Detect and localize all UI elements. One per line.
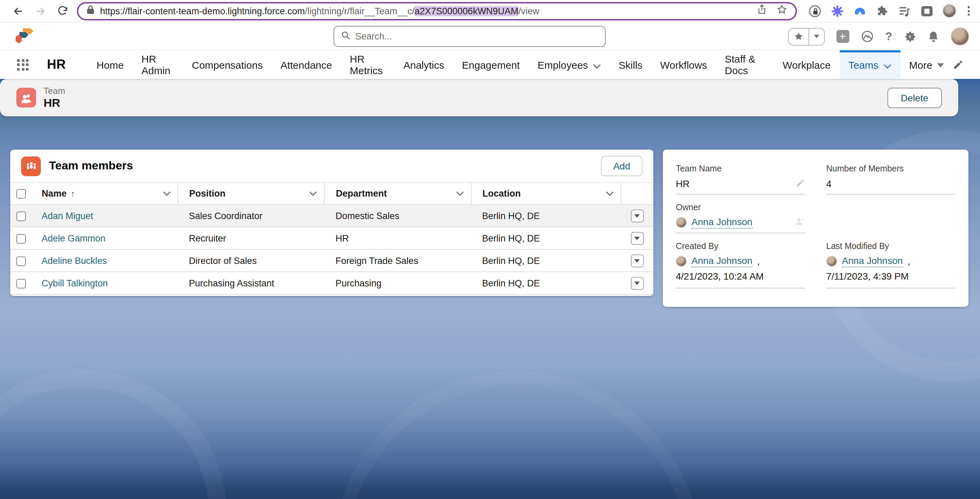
url-text: https://flair-content-team-demo.lightnin… [100,6,751,16]
chevron-down-icon[interactable] [883,60,891,71]
team-name-value: HR [676,178,791,189]
edit-navigation-pencil-icon[interactable] [953,59,964,70]
field-label: Number of Members [826,164,956,173]
notifications-bell-icon[interactable] [928,30,939,43]
tab-workflows[interactable]: Workflows [651,50,716,79]
owner-link[interactable]: Anna Johnson [692,216,752,229]
member-name-link[interactable]: Cybill Talkington [41,278,108,288]
member-name-link[interactable]: Adan Miguet [41,211,93,221]
created-by-link[interactable]: Anna Johnson [692,255,752,267]
field-empty [826,203,956,234]
browser-profile-avatar[interactable] [943,4,956,18]
modified-by-link[interactable]: Anna Johnson [842,255,903,267]
playlist-extension-icon[interactable] [898,4,911,18]
table-row: Cybill Talkington Purchasing Assistant P… [10,272,653,294]
row-actions-button[interactable] [631,277,644,289]
tab-teams[interactable]: Teams [840,50,900,79]
column-header-department[interactable]: Department [325,183,471,204]
record-header-card: Team HR Delete [0,79,958,116]
nav-tabs: Home HR Admin Compensations Attendance H… [88,50,953,79]
tab-engagement[interactable]: Engagement [453,50,529,79]
tab-home[interactable]: Home [88,50,133,79]
browser-menu-icon[interactable] [965,5,972,17]
quick-create-icon[interactable]: + [836,30,849,43]
setup-gear-icon[interactable] [904,30,916,43]
forward-button[interactable] [32,3,48,19]
reload-button[interactable] [54,3,71,19]
member-department: HR [325,227,471,249]
row-checkbox[interactable] [16,256,26,265]
tab-workplace[interactable]: Workplace [774,50,840,79]
row-actions-button[interactable] [631,209,644,222]
tab-hr-metrics[interactable]: HR Metrics [341,50,395,79]
team-members-header: Team members Add [10,150,653,182]
row-actions-button[interactable] [631,232,644,245]
chevron-down-icon[interactable] [456,188,464,199]
back-button[interactable] [10,3,26,19]
row-actions-button[interactable] [631,254,644,267]
delete-button[interactable]: Delete [887,87,942,108]
chevron-down-icon[interactable] [606,188,614,199]
member-position: Purchasing Assistant [178,272,325,294]
user-avatar[interactable] [951,27,969,46]
sort-ascending-icon: ↑ [71,189,75,198]
member-position: Director of Sales [178,249,325,272]
tab-more[interactable]: More [900,50,953,79]
guidance-center-icon[interactable] [861,30,873,43]
member-location: Berlin HQ, DE [471,227,621,249]
add-button[interactable]: Add [601,156,643,176]
chevron-down-icon[interactable] [163,188,171,199]
tab-hr-admin[interactable]: HR Admin [133,50,183,79]
team-members-table: Name↑ Position Department Location [10,182,653,295]
record-identity: Team HR [43,86,65,109]
column-header-location[interactable]: Location [471,183,621,204]
lock-icon[interactable] [86,5,95,17]
row-checkbox[interactable] [16,278,26,288]
extensions-puzzle-icon[interactable] [875,4,889,18]
member-name-link[interactable]: Adeline Buckles [41,256,107,265]
browser-window: https://flair-content-team-demo.lightnin… [0,0,980,499]
row-checkbox[interactable] [16,234,26,243]
tab-employees[interactable]: Employees [529,50,610,79]
tab-staff-docs[interactable]: Staff & Docs [716,50,774,79]
browser-extensions [808,4,972,18]
app-launcher-icon[interactable] [15,57,30,72]
chevron-down-icon[interactable] [309,188,318,199]
flair-logo[interactable] [15,28,35,48]
table-row: Adeline Buckles Director of Sales Foreig… [10,249,653,272]
tab-analytics[interactable]: Analytics [395,50,453,79]
share-icon[interactable] [757,4,767,18]
app-navigation: HR Home HR Admin Compensations Attendanc… [0,50,980,79]
owner-avatar [676,217,687,228]
row-checkbox[interactable] [16,211,26,221]
created-by-avatar [676,256,687,267]
favorite-star-icon[interactable] [788,28,808,44]
member-name-link[interactable]: Adele Gammon [41,233,105,243]
member-location: Berlin HQ, DE [471,249,621,272]
column-header-name[interactable]: Name↑ [30,183,178,204]
asterisk-extension-icon[interactable] [830,4,844,18]
caret-down-icon [937,63,944,67]
address-bar[interactable]: https://flair-content-team-demo.lightnin… [77,2,797,20]
vpn-extension-icon[interactable] [853,4,866,18]
tab-compensations[interactable]: Compensations [183,50,272,79]
edit-pencil-icon[interactable] [795,178,805,189]
chevron-down-icon[interactable] [593,60,601,71]
select-all-checkbox[interactable] [16,189,26,199]
member-department: Foreign Trade Sales [325,249,471,272]
page-content: Team HR Delete Team members Add [0,79,980,499]
bookmark-star-icon[interactable] [776,4,788,18]
help-icon[interactable]: ? [885,30,892,43]
change-owner-icon[interactable] [795,216,805,229]
favorites-button[interactable] [788,27,824,45]
tab-attendance[interactable]: Attendance [272,50,341,79]
password-manager-icon[interactable] [808,4,821,18]
url-selected-record-id: a2X7S000006kWN9UAM [414,6,518,16]
column-header-position[interactable]: Position [178,183,325,204]
tab-skills[interactable]: Skills [610,50,651,79]
favorites-dropdown-icon[interactable] [808,28,824,44]
sidebar-extension-icon[interactable] [920,4,934,18]
global-search[interactable] [334,26,606,47]
table-row: Adele Gammon Recruiter HR Berlin HQ, DE [10,227,653,249]
search-input[interactable] [355,31,598,41]
